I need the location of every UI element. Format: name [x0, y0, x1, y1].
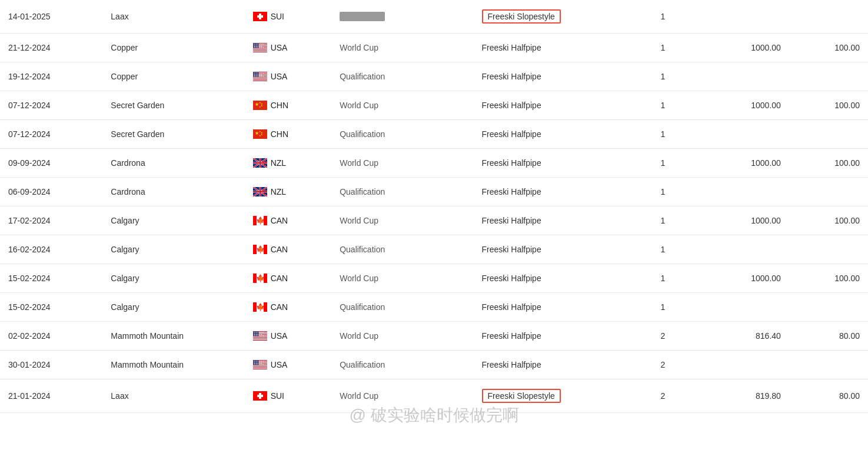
rank-cell: 1: [631, 235, 694, 264]
competition-text: World Cup: [340, 101, 378, 110]
discipline-text: Freeski Halfpipe: [482, 129, 541, 139]
points2-cell: [789, 178, 868, 206]
date-cell: 30-01-2024: [0, 351, 102, 379]
country-code: CHN: [271, 101, 288, 110]
competition-cell: World Cup: [331, 322, 473, 351]
table-row: 06-09-2024 Cardrona ★★★★ NZL Qualificati…: [0, 178, 868, 206]
svg-text:★: ★: [265, 189, 267, 192]
location-cell: Mammoth Mountain: [102, 351, 244, 379]
svg-text:🍁: 🍁: [255, 216, 264, 225]
discipline-cell: Freeski Halfpipe: [474, 91, 631, 120]
competition-cell: Qualification: [331, 235, 473, 264]
competition-cell: Qualification: [331, 120, 473, 149]
date-cell: 15-02-2024: [0, 264, 102, 293]
svg-text:★★★★★★: ★★★★★★: [254, 363, 264, 365]
competition-cell: [331, 0, 473, 34]
date-cell: 19-12-2024: [0, 62, 102, 91]
date-cell: 15-02-2024: [0, 293, 102, 322]
date-cell: 02-02-2024: [0, 322, 102, 351]
location-cell: Calgary: [102, 206, 244, 235]
location-cell: Calgary: [102, 293, 244, 322]
svg-rect-96: [253, 368, 267, 369]
country-cell: ★★★★★★ ★★★★★ ★★★★★★ USA: [245, 322, 332, 351]
svg-rect-19: [253, 78, 267, 79]
svg-rect-103: [257, 395, 263, 397]
rank-cell: 1: [631, 206, 694, 235]
country-cell: SUI: [245, 0, 332, 34]
points2-cell: [789, 351, 868, 379]
country-code: CAN: [271, 302, 288, 312]
flag-icon: ★★★★★★ ★★★★★ ★★★★★★: [253, 331, 267, 341]
flag-icon: ★★★★★: [253, 129, 267, 139]
discipline-cell: Freeski Halfpipe: [474, 264, 631, 293]
competition-text: World Cup: [340, 158, 378, 168]
competition-redacted: [340, 12, 385, 21]
flag-icon: 🍁: [253, 274, 267, 283]
rank-cell: 1: [631, 149, 694, 178]
country-code: USA: [271, 43, 288, 52]
competition-cell: Qualification: [331, 293, 473, 322]
svg-text:★: ★: [263, 164, 265, 166]
svg-text:★: ★: [265, 160, 267, 163]
date-cell: 07-12-2024: [0, 120, 102, 149]
points2-cell: 100.00: [789, 264, 868, 293]
discipline-cell: Freeski Halfpipe: [474, 235, 631, 264]
svg-rect-95: [253, 366, 267, 367]
discipline-text: Freeski Halfpipe: [482, 302, 541, 312]
discipline-text: Freeski Halfpipe: [482, 216, 541, 225]
rank-cell: 1: [631, 62, 694, 91]
competition-text: Qualification: [340, 360, 385, 369]
rank-cell: 2: [631, 351, 694, 379]
competition-text: World Cup: [340, 274, 378, 283]
rank-cell: 1: [631, 178, 694, 206]
country-cell: SUI: [245, 379, 332, 413]
svg-rect-85: [253, 339, 267, 340]
country-code: SUI: [271, 391, 284, 401]
location-cell: Calgary: [102, 264, 244, 293]
competition-cell: World Cup: [331, 206, 473, 235]
table-row: 09-09-2024 Cardrona ★★★★ NZL World Cup F…: [0, 149, 868, 178]
points2-cell: [789, 235, 868, 264]
rank-cell: 1: [631, 120, 694, 149]
discipline-cell: Freeski Halfpipe: [474, 120, 631, 149]
svg-rect-8: [253, 49, 267, 50]
svg-text:★★★★★★: ★★★★★★: [254, 46, 264, 48]
svg-text:★: ★: [259, 134, 261, 137]
rank-cell: 1: [631, 34, 694, 62]
country-cell: ★★★★★ CHN: [245, 120, 332, 149]
points1-cell: [694, 62, 789, 91]
svg-text:★★★★★★: ★★★★★★: [254, 75, 264, 77]
location-cell: Laax: [102, 0, 244, 34]
table-row: 17-02-2024 Calgary 🍁 CAN World Cup Frees…: [0, 206, 868, 235]
points1-cell: [694, 0, 789, 34]
discipline-text: Freeski Halfpipe: [482, 101, 541, 110]
flag-icon: 🍁: [253, 302, 267, 312]
country-code: NZL: [271, 158, 286, 168]
discipline-text: Freeski Halfpipe: [482, 43, 541, 52]
competition-text: World Cup: [340, 216, 378, 225]
rank-cell: 1: [631, 0, 694, 34]
points1-cell: 819.80: [694, 379, 789, 413]
points2-cell: [789, 62, 868, 91]
discipline-cell: Freeski Halfpipe: [474, 34, 631, 62]
svg-rect-84: [253, 338, 267, 338]
competition-text: Qualification: [340, 245, 385, 254]
points1-cell: [694, 178, 789, 206]
location-cell: Copper: [102, 62, 244, 91]
country-cell: ★★★★★★ ★★★★★ ★★★★★★ USA: [245, 34, 332, 62]
flag-icon: 🍁: [253, 216, 267, 225]
rank-cell: 1: [631, 264, 694, 293]
competition-cell: World Cup: [331, 379, 473, 413]
discipline-text: Freeski Halfpipe: [482, 274, 541, 283]
svg-text:★: ★: [263, 192, 265, 195]
flag-icon: 🍁: [253, 245, 267, 254]
location-cell: Cardrona: [102, 178, 244, 206]
discipline-text: Freeski Halfpipe: [482, 245, 541, 254]
discipline-cell: Freeski Halfpipe: [474, 206, 631, 235]
competition-text: Qualification: [340, 302, 385, 312]
svg-text:🍁: 🍁: [255, 302, 264, 311]
flag-icon: [253, 391, 267, 401]
country-cell: ★★★★ NZL: [245, 178, 332, 206]
discipline-text: Freeski Halfpipe: [482, 360, 541, 369]
table-row: 19-12-2024 Copper ★★★★★★ ★★★★★ ★★★★★★ US…: [0, 62, 868, 91]
